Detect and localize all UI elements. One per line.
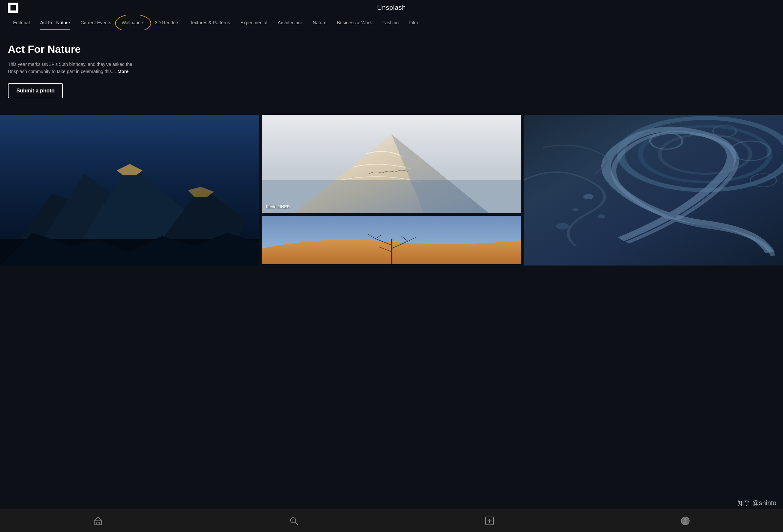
hero-section: Act For Nature This year marks UNEP's 50… <box>0 30 783 115</box>
photo-grid: Kévin JINER <box>0 115 783 292</box>
more-link[interactable]: More <box>118 69 128 74</box>
desert-svg <box>262 216 521 264</box>
svg-point-30 <box>583 194 594 199</box>
photo-card-mountain-night[interactable] <box>0 115 259 266</box>
bottom-nav-home[interactable] <box>88 511 108 531</box>
hero-description: This year marks UNEP's 50th birthday, an… <box>8 61 146 75</box>
add-icon <box>485 516 494 526</box>
main-nav: Editorial Act For Nature Current Events … <box>0 15 783 30</box>
nav-item-film[interactable]: Film <box>404 15 423 30</box>
zhihu-watermark: 知乎 @shinto <box>738 499 777 507</box>
header: Unsplash <box>0 0 783 15</box>
logo[interactable] <box>8 3 18 13</box>
svg-point-32 <box>598 214 605 218</box>
nav-item-fashion[interactable]: Fashion <box>377 15 404 30</box>
home-icon <box>93 516 103 526</box>
svg-point-42 <box>684 518 687 521</box>
svg-point-31 <box>572 208 579 211</box>
photo-col-3 <box>524 115 783 266</box>
hero-description-text: This year marks UNEP's 50th birthday, an… <box>8 62 132 74</box>
bottom-nav-add[interactable] <box>480 511 499 531</box>
submit-photo-button[interactable]: Submit a photo <box>8 83 63 98</box>
ice-abstract-svg <box>524 115 783 266</box>
svg-point-33 <box>556 223 569 229</box>
nav-item-current-events[interactable]: Current Events <box>75 15 116 30</box>
svg-rect-12 <box>262 180 521 213</box>
nav-item-act-for-nature[interactable]: Act For Nature <box>35 15 75 30</box>
bottom-nav-profile[interactable] <box>676 511 695 531</box>
nav-item-nature[interactable]: Nature <box>308 15 332 30</box>
svg-point-36 <box>290 518 296 523</box>
mountain-night-svg <box>0 115 259 266</box>
photo-card-snow-mountain[interactable]: Kévin JINER <box>262 115 521 213</box>
bottom-nav: 知乎 @shinto <box>0 509 783 532</box>
photo-author-kevin: Kévin JINER <box>266 204 290 209</box>
svg-line-37 <box>295 522 298 525</box>
nav-item-textures[interactable]: Textures & Patterns <box>185 15 235 30</box>
nav-item-experimental[interactable]: Experimental <box>235 15 273 30</box>
photo-card-ice[interactable] <box>524 115 783 266</box>
svg-rect-35 <box>97 522 99 525</box>
photo-col-2: Kévin JINER <box>262 115 521 266</box>
logo-inner <box>10 5 16 10</box>
profile-icon <box>681 516 690 526</box>
search-icon <box>289 516 299 526</box>
photo-card-desert[interactable] <box>262 216 521 264</box>
nav-item-business-work[interactable]: Business & Work <box>332 15 377 30</box>
svg-rect-34 <box>95 520 101 525</box>
site-title: Unsplash <box>377 4 406 11</box>
nav-item-wallpapers[interactable]: Wallpapers <box>116 15 150 30</box>
bottom-nav-search[interactable] <box>284 511 304 531</box>
nav-item-editorial[interactable]: Editorial <box>8 15 35 30</box>
hero-title: Act For Nature <box>8 43 775 56</box>
nav-item-architecture[interactable]: Architecture <box>273 15 308 30</box>
nav-item-3d-renders[interactable]: 3D Renders <box>150 15 185 30</box>
wallpapers-wrapper: Wallpapers 壁纸专属. <box>116 15 150 30</box>
snow-mountain-svg <box>262 115 521 213</box>
photo-col-1 <box>0 115 259 266</box>
